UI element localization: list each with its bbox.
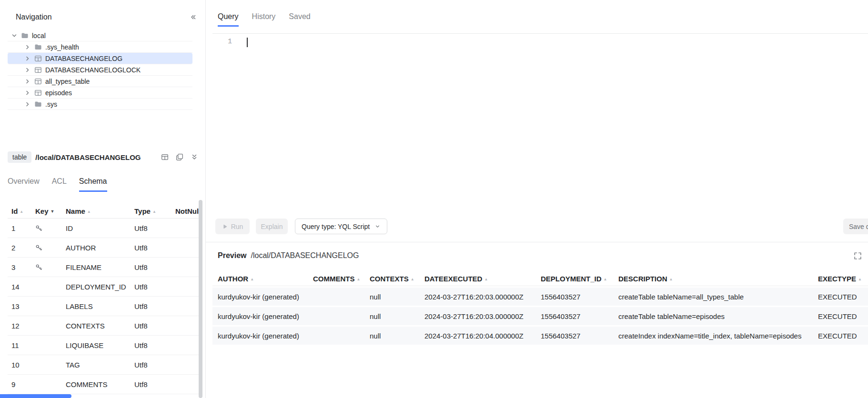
tree-item-databasechangeloglock[interactable]: DATABASECHANGELOGLOCK [8,64,192,76]
chevron-right-icon[interactable] [24,100,31,108]
schema-table-header: Id▲ Key▼ Name▲ Type▲ NotNull [8,204,199,219]
preview-table-header: AUTHOR▲ COMMENTS▲ CONTEXTS▲ DATEEXECUTED… [212,271,868,286]
cell-type: Utf8 [134,341,175,349]
tab-schema[interactable]: Schema [79,177,107,192]
chevron-double-down-icon[interactable] [191,153,198,161]
sort-icon: ▲ [858,277,862,281]
sort-icon: ▲ [20,209,23,214]
tree-item-sys-health[interactable]: .sys_health [8,41,192,53]
sort-icon: ▲ [357,277,361,281]
save-query-button[interactable]: Save query [843,219,868,234]
tab-query[interactable]: Query [218,12,239,27]
schema-table: Id▲ Key▼ Name▲ Type▲ NotNull 1 ID Utf8 2… [8,204,199,398]
navigation-header: Navigation [16,11,197,23]
tree-item-episodes[interactable]: episodes [8,87,192,99]
run-button[interactable]: Run [215,219,250,234]
tree-item-label: local [32,32,46,40]
column-header-name[interactable]: Name▲ [66,207,134,215]
column-header-comments[interactable]: COMMENTS▲ [313,275,370,283]
cell-deployment-id: 1556403527 [541,293,618,301]
tree-item-local[interactable]: local [8,30,192,41]
cell-id: 2 [11,244,35,252]
chevron-right-icon[interactable] [24,66,31,74]
schema-row[interactable]: 11 LIQUIBASE Utf8 [8,336,199,355]
chevron-down-icon[interactable] [10,32,18,40]
entity-type-badge: table [8,151,31,163]
column-header-deployment-id[interactable]: DEPLOYMENT_ID▲ [541,275,618,283]
tree-item-all-types-table[interactable]: all_types_table [8,76,192,87]
schema-horizontal-scrollbar[interactable] [0,394,71,398]
preview-row[interactable]: kurdyukov-kir (generated) null 2024-03-2… [212,327,868,345]
column-header-author[interactable]: AUTHOR▲ [218,275,313,283]
cell-exectype: EXECUTED [818,332,868,340]
schema-row[interactable]: 3 FILENAME Utf8 [8,258,199,277]
cell-type: Utf8 [134,283,175,291]
cell-id: 12 [11,322,35,330]
tab-saved[interactable]: Saved [289,12,310,27]
cell-contexts: null [370,332,424,340]
explain-button-label: Explain [261,223,283,230]
query-type-label: Query type: YQL Script [302,223,370,230]
query-editor[interactable]: 1 [212,33,868,214]
navigation-tree: local .sys_health DATABASECHANGELOG [8,30,192,110]
app-root: Navigation local [0,0,868,398]
sort-icon: ▲ [87,209,91,214]
column-header-type[interactable]: Type▲ [134,207,175,215]
column-header-exectype[interactable]: EXECTYPE▲ [818,275,868,283]
column-header-description[interactable]: DESCRIPTION▲ [618,275,818,283]
column-header-dateexecuted[interactable]: DATEEXECUTED▲ [424,275,541,283]
run-button-label: Run [231,223,243,230]
schema-row[interactable]: 9 COMMENTS Utf8 [8,375,199,394]
column-header-key[interactable]: Key▼ [35,207,66,215]
cell-id: 9 [11,380,35,388]
tab-overview[interactable]: Overview [8,177,40,192]
schema-row[interactable]: 10 TAG Utf8 [8,355,199,375]
column-header-contexts[interactable]: CONTEXTS▲ [370,275,424,283]
tree-item-label: DATABASECHANGELOG [45,55,122,62]
folder-icon [34,43,42,51]
schema-vertical-scrollbar[interactable] [199,200,202,398]
cell-contexts: null [370,312,424,320]
column-header-id[interactable]: Id▲ [11,207,35,215]
cell-type: Utf8 [134,302,175,310]
fullscreen-icon[interactable] [854,252,862,260]
cell-id: 14 [11,283,35,291]
object-summary-tabs: Overview ACL Schema [8,177,107,192]
cell-deployment-id: 1556403527 [541,332,618,340]
cell-type: Utf8 [134,322,175,330]
schema-row[interactable]: 13 LABELS Utf8 [8,297,199,316]
schema-row[interactable]: 1 ID Utf8 [8,219,199,238]
cell-author: kurdyukov-kir (generated) [218,312,313,320]
cell-type: Utf8 [134,361,175,369]
preview-title: Preview [218,251,246,260]
sort-icon: ▲ [604,277,607,281]
cell-description: createTable tableName=all_types_table [618,293,818,301]
cell-dateexecuted: 2024-03-27T16:20:03.000000Z [424,312,541,320]
preview-table: AUTHOR▲ COMMENTS▲ CONTEXTS▲ DATEEXECUTED… [212,271,868,345]
cell-id: 13 [11,302,35,310]
cell-description: createTable tableName=episodes [618,312,818,320]
schema-row[interactable]: 2 AUTHOR Utf8 [8,238,199,258]
open-preview-icon[interactable] [161,153,169,161]
preview-row[interactable]: kurdyukov-kir (generated) null 2024-03-2… [212,307,868,325]
explain-button[interactable]: Explain [256,219,288,234]
copy-path-icon[interactable] [176,153,183,161]
tab-history[interactable]: History [252,12,276,27]
schema-row[interactable]: 12 CONTEXTS Utf8 [8,316,199,336]
query-actions: Run Explain Query type: YQL Script [215,219,387,234]
collapse-panel-icon[interactable] [189,13,197,21]
table-icon [34,55,42,62]
chevron-right-icon[interactable] [24,78,31,85]
column-header-notnull[interactable]: NotNull [175,207,199,215]
query-type-select[interactable]: Query type: YQL Script [295,219,387,234]
chevron-right-icon[interactable] [24,43,31,51]
preview-row[interactable]: kurdyukov-kir (generated) null 2024-03-2… [212,288,868,306]
chevron-right-icon[interactable] [24,89,31,97]
schema-row[interactable]: 14 DEPLOYMENT_ID Utf8 [8,277,199,297]
tab-acl[interactable]: ACL [52,177,67,192]
tree-item-label: DATABASECHANGELOGLOCK [45,66,141,74]
tree-item-sys[interactable]: .sys [8,99,192,110]
chevron-right-icon[interactable] [24,55,31,62]
tree-item-label: episodes [45,89,72,97]
tree-item-databasechangelog[interactable]: DATABASECHANGELOG [8,53,192,64]
